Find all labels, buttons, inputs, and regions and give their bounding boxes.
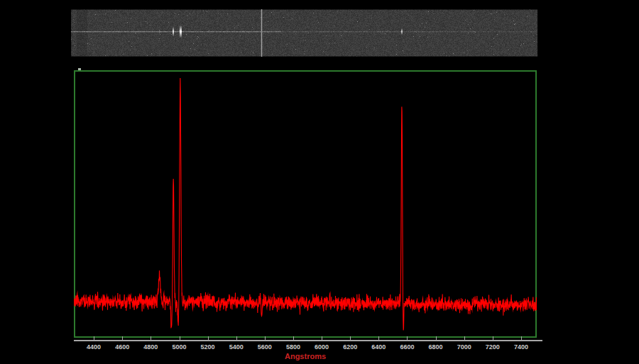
x-axis-tick-label: 5000: [172, 343, 186, 351]
x-axis-tick-label: 5200: [201, 343, 215, 351]
spectroscopy-display: 4400460048005000520054005600580060006200…: [0, 0, 639, 364]
spectrum-1d-trace[interactable]: [74, 70, 537, 343]
x-axis-tick-label: 6600: [400, 343, 414, 351]
x-axis-tick-label: 6400: [371, 343, 386, 351]
x-axis-tick-label: 4600: [115, 343, 129, 351]
x-axis-tick-label: 6200: [343, 343, 357, 351]
x-axis-tick-label: 7000: [457, 343, 471, 351]
cursor-marker: [78, 68, 81, 70]
x-axis-tick-label: 6000: [315, 343, 329, 351]
x-axis-tick-label: 5800: [286, 343, 300, 351]
x-axis-tick-label: 5400: [229, 343, 244, 351]
x-axis-tick-label: 4800: [143, 343, 158, 351]
x-axis-tick-label: 5600: [258, 343, 272, 351]
spectrum-2d-strip[interactable]: [71, 9, 537, 57]
x-axis-title: Angstroms: [285, 352, 326, 360]
x-axis-tick-label: 7200: [486, 343, 500, 351]
x-axis-tick-label: 6800: [429, 343, 443, 351]
x-axis-tick-label: 4400: [87, 343, 101, 351]
x-axis-tick-label: 7400: [514, 343, 528, 351]
